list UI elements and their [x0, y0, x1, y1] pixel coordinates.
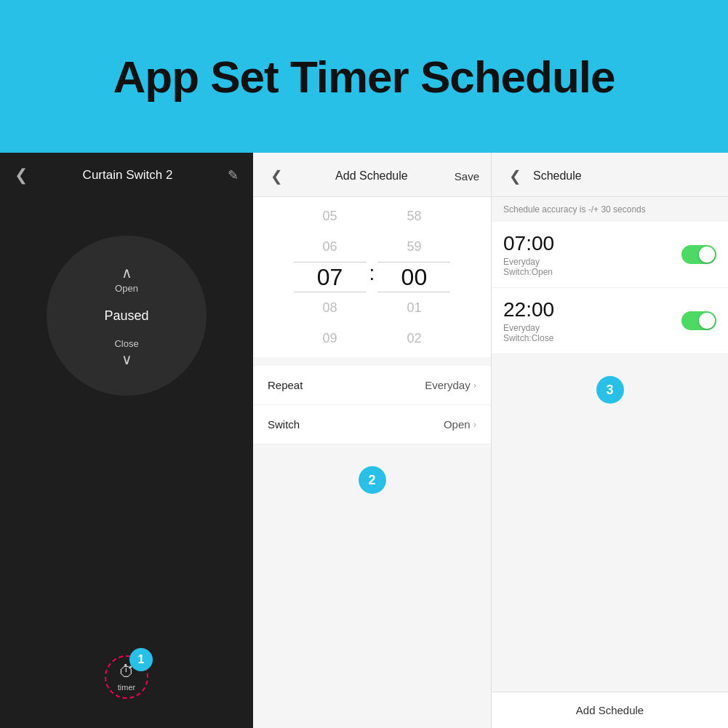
min-00-selected: 00 — [377, 262, 450, 292]
switch-chevron-icon: › — [473, 419, 476, 430]
add-schedule-back-icon[interactable]: ❮ — [265, 164, 289, 188]
close-label: Close — [114, 338, 138, 349]
schedule-list-header: ❮ Schedule — [492, 153, 728, 197]
step-badge-1: 1 — [129, 648, 153, 671]
toggle-knob-2 — [699, 313, 715, 329]
hour-05: 05 — [294, 201, 367, 231]
schedule-item-1: 07:00 EverydaySwitch:Open — [492, 222, 728, 288]
step-badge-3: 3 — [596, 376, 624, 404]
hour-06: 06 — [294, 231, 367, 262]
schedule-list-back-icon[interactable]: ❮ — [503, 164, 527, 188]
toggle-knob-1 — [699, 247, 715, 263]
chevron-up-icon: ∧ — [121, 265, 132, 280]
step-badge-2: 2 — [359, 466, 386, 494]
close-button[interactable]: Close ∨ — [114, 338, 138, 367]
min-01: 01 — [377, 292, 450, 323]
min-59: 59 — [377, 231, 450, 262]
repeat-value-text: Everyday — [425, 379, 471, 391]
hour-column[interactable]: 04 05 06 07 08 09 10 — [294, 197, 367, 357]
open-button[interactable]: ∧ Open — [115, 265, 138, 294]
min-03: 03 — [377, 353, 450, 357]
minute-column[interactable]: 57 58 59 00 01 02 03 — [377, 197, 450, 357]
schedule-details-2: EverydaySwitch:Close — [503, 323, 554, 343]
add-schedule-header: ❮ Add Schedule Save — [253, 153, 491, 197]
timer-wrapper: ⏱ timer 1 — [105, 655, 148, 699]
save-button[interactable]: Save — [455, 170, 479, 183]
device-back-icon[interactable]: ❮ — [15, 166, 28, 185]
schedule-time-2: 22:00 — [503, 298, 554, 321]
time-picker[interactable]: 04 05 06 07 08 09 10 : 57 58 59 00 01 02… — [253, 197, 491, 357]
schedule-item-2: 22:00 EverydaySwitch:Close — [492, 288, 728, 354]
header-banner: App Set Timer Schedule — [0, 0, 728, 153]
add-schedule-btn-row: Add Schedule — [492, 692, 728, 728]
panel-device: ❮ Curtain Switch 2 ✎ ∧ Open Paused Close… — [0, 153, 253, 728]
repeat-value-group: Everyday › — [425, 379, 476, 391]
device-header: ❮ Curtain Switch 2 ✎ — [0, 153, 253, 192]
accuracy-note: Schedule accuracy is -/+ 30 seconds — [492, 197, 728, 219]
schedule-list-title: Schedule — [533, 169, 582, 183]
toggle-2[interactable] — [681, 311, 716, 330]
circle-control: ∧ Open Paused Close ∨ — [47, 236, 207, 396]
repeat-label: Repeat — [268, 379, 303, 391]
chevron-down-icon: ∨ — [121, 352, 132, 367]
hour-09: 09 — [294, 323, 367, 353]
schedule-item-1-info: 07:00 EverydaySwitch:Open — [503, 232, 554, 277]
settings-rows: Repeat Everyday › Switch Open › — [253, 366, 491, 444]
min-02: 02 — [377, 323, 450, 353]
toggle-1[interactable] — [681, 245, 716, 264]
schedule-item-2-info: 22:00 EverydaySwitch:Close — [503, 298, 554, 343]
hour-08: 08 — [294, 292, 367, 323]
paused-label: Paused — [104, 308, 148, 324]
schedule-items: 07:00 EverydaySwitch:Open 22:00 Everyday… — [492, 222, 728, 354]
main-content: ❮ Curtain Switch 2 ✎ ∧ Open Paused Close… — [0, 153, 728, 728]
repeat-row[interactable]: Repeat Everyday › — [253, 366, 491, 405]
panel-add-schedule: ❮ Add Schedule Save 04 05 06 07 08 09 10… — [253, 153, 492, 728]
device-title: Curtain Switch 2 — [83, 168, 173, 183]
repeat-chevron-icon: › — [473, 380, 476, 391]
device-edit-icon[interactable]: ✎ — [228, 167, 239, 183]
panel-schedule-list: ❮ Schedule Schedule accuracy is -/+ 30 s… — [492, 153, 728, 728]
add-schedule-button[interactable]: Add Schedule — [576, 704, 644, 716]
hour-07-selected: 07 — [294, 262, 367, 292]
schedule-details-1: EverydaySwitch:Open — [503, 257, 554, 277]
add-schedule-title: Add Schedule — [335, 169, 408, 183]
switch-value-group: Open › — [444, 418, 476, 431]
switch-label: Switch — [268, 418, 300, 431]
hour-10: 10 — [294, 353, 367, 357]
min-58: 58 — [377, 201, 450, 231]
switch-value-text: Open — [444, 418, 471, 431]
switch-row[interactable]: Switch Open › — [253, 405, 491, 444]
open-label: Open — [115, 283, 138, 294]
timer-label: timer — [118, 683, 135, 692]
time-colon: : — [367, 262, 378, 285]
page-title: App Set Timer Schedule — [113, 51, 615, 103]
schedule-time-1: 07:00 — [503, 232, 554, 255]
bottom-bar: ⏱ timer 1 — [0, 655, 253, 699]
